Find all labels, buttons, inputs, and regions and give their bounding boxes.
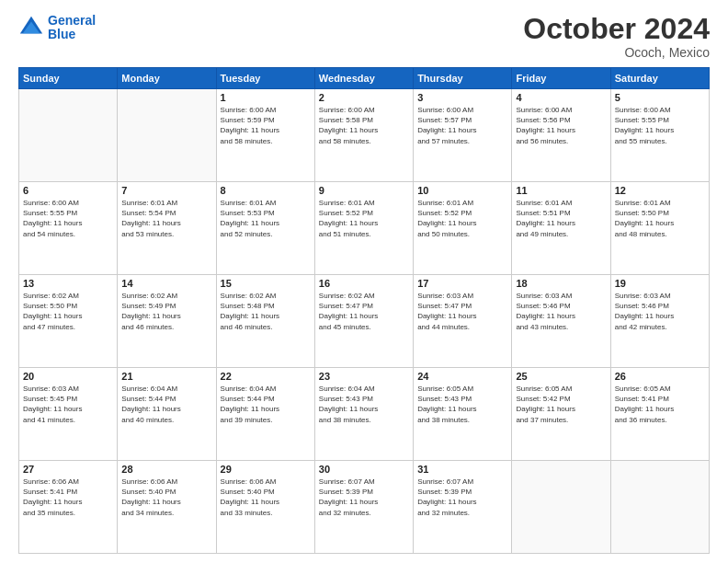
calendar-cell: 4Sunrise: 6:00 AMSunset: 5:56 PMDaylight… (512, 89, 610, 182)
day-number: 5 (615, 92, 705, 103)
day-info: Sunrise: 6:04 AMSunset: 5:44 PMDaylight:… (121, 384, 211, 425)
day-number: 23 (319, 371, 409, 382)
weekday-header-wednesday: Wednesday (314, 68, 413, 89)
day-number: 6 (23, 185, 113, 196)
calendar-cell: 24Sunrise: 6:05 AMSunset: 5:43 PMDayligh… (414, 368, 512, 461)
logo-text: General Blue (48, 14, 96, 42)
day-info: Sunrise: 6:02 AMSunset: 5:50 PMDaylight:… (23, 291, 113, 332)
day-number: 7 (121, 185, 211, 196)
day-number: 13 (23, 278, 113, 289)
calendar-cell: 15Sunrise: 6:02 AMSunset: 5:48 PMDayligh… (216, 275, 314, 368)
day-info: Sunrise: 6:03 AMSunset: 5:46 PMDaylight:… (615, 291, 705, 332)
day-number: 27 (23, 464, 113, 475)
calendar-cell: 14Sunrise: 6:02 AMSunset: 5:49 PMDayligh… (118, 275, 216, 368)
day-info: Sunrise: 6:07 AMSunset: 5:39 PMDaylight:… (319, 477, 409, 518)
day-number: 10 (417, 185, 507, 196)
day-number: 15 (221, 278, 311, 289)
day-info: Sunrise: 6:07 AMSunset: 5:39 PMDaylight:… (417, 477, 507, 518)
day-number: 16 (319, 278, 409, 289)
day-number: 31 (417, 464, 507, 475)
calendar-cell: 28Sunrise: 6:06 AMSunset: 5:40 PMDayligh… (118, 461, 216, 554)
day-info: Sunrise: 6:02 AMSunset: 5:49 PMDaylight:… (121, 291, 211, 332)
day-number: 18 (516, 278, 606, 289)
calendar-cell: 3Sunrise: 6:00 AMSunset: 5:57 PMDaylight… (414, 89, 512, 182)
day-info: Sunrise: 6:00 AMSunset: 5:55 PMDaylight:… (615, 105, 705, 146)
day-info: Sunrise: 6:02 AMSunset: 5:48 PMDaylight:… (221, 291, 311, 332)
weekday-header-saturday: Saturday (610, 68, 709, 89)
calendar-week-2: 6Sunrise: 6:00 AMSunset: 5:55 PMDaylight… (19, 182, 710, 275)
day-info: Sunrise: 6:00 AMSunset: 5:58 PMDaylight:… (319, 105, 409, 146)
day-info: Sunrise: 6:06 AMSunset: 5:40 PMDaylight:… (121, 477, 211, 518)
calendar-cell: 25Sunrise: 6:05 AMSunset: 5:42 PMDayligh… (512, 368, 610, 461)
day-number: 2 (319, 92, 409, 103)
calendar-cell: 31Sunrise: 6:07 AMSunset: 5:39 PMDayligh… (414, 461, 512, 554)
day-info: Sunrise: 6:05 AMSunset: 5:43 PMDaylight:… (417, 384, 507, 425)
day-info: Sunrise: 6:04 AMSunset: 5:44 PMDaylight:… (221, 384, 311, 425)
calendar-cell: 6Sunrise: 6:00 AMSunset: 5:55 PMDaylight… (19, 182, 118, 275)
day-number: 17 (417, 278, 507, 289)
day-info: Sunrise: 6:00 AMSunset: 5:57 PMDaylight:… (417, 105, 507, 146)
calendar-week-1: 1Sunrise: 6:00 AMSunset: 5:59 PMDaylight… (19, 89, 710, 182)
calendar-cell (19, 89, 118, 182)
day-number: 20 (23, 371, 113, 382)
calendar-cell: 27Sunrise: 6:06 AMSunset: 5:41 PMDayligh… (19, 461, 118, 554)
calendar-cell: 5Sunrise: 6:00 AMSunset: 5:55 PMDaylight… (610, 89, 709, 182)
day-info: Sunrise: 6:03 AMSunset: 5:47 PMDaylight:… (417, 291, 507, 332)
title-block: October 2024 Ococh, Mexico (523, 14, 710, 60)
day-info: Sunrise: 6:00 AMSunset: 5:55 PMDaylight:… (23, 198, 113, 239)
month-title: October 2024 (523, 14, 710, 43)
weekday-header-thursday: Thursday (414, 68, 512, 89)
day-number: 22 (221, 371, 311, 382)
day-number: 4 (516, 92, 606, 103)
location-title: Ococh, Mexico (523, 45, 710, 60)
calendar-cell: 17Sunrise: 6:03 AMSunset: 5:47 PMDayligh… (414, 275, 512, 368)
calendar-week-5: 27Sunrise: 6:06 AMSunset: 5:41 PMDayligh… (19, 461, 710, 554)
calendar-week-4: 20Sunrise: 6:03 AMSunset: 5:45 PMDayligh… (19, 368, 710, 461)
day-info: Sunrise: 6:01 AMSunset: 5:52 PMDaylight:… (417, 198, 507, 239)
calendar-cell: 16Sunrise: 6:02 AMSunset: 5:47 PMDayligh… (314, 275, 413, 368)
calendar-cell (118, 89, 216, 182)
day-info: Sunrise: 6:01 AMSunset: 5:53 PMDaylight:… (221, 198, 311, 239)
day-number: 11 (516, 185, 606, 196)
calendar-cell: 30Sunrise: 6:07 AMSunset: 5:39 PMDayligh… (314, 461, 413, 554)
calendar-cell: 8Sunrise: 6:01 AMSunset: 5:53 PMDaylight… (216, 182, 314, 275)
day-number: 19 (615, 278, 705, 289)
day-number: 29 (221, 464, 311, 475)
calendar-cell (512, 461, 610, 554)
day-number: 24 (417, 371, 507, 382)
day-number: 25 (516, 371, 606, 382)
calendar-cell: 1Sunrise: 6:00 AMSunset: 5:59 PMDaylight… (216, 89, 314, 182)
weekday-header-monday: Monday (118, 68, 216, 89)
calendar-cell: 13Sunrise: 6:02 AMSunset: 5:50 PMDayligh… (19, 275, 118, 368)
calendar-cell: 9Sunrise: 6:01 AMSunset: 5:52 PMDaylight… (314, 182, 413, 275)
weekday-header-tuesday: Tuesday (216, 68, 314, 89)
calendar-cell: 21Sunrise: 6:04 AMSunset: 5:44 PMDayligh… (118, 368, 216, 461)
day-number: 21 (121, 371, 211, 382)
day-info: Sunrise: 6:01 AMSunset: 5:51 PMDaylight:… (516, 198, 606, 239)
day-info: Sunrise: 6:01 AMSunset: 5:54 PMDaylight:… (121, 198, 211, 239)
calendar-header-row: SundayMondayTuesdayWednesdayThursdayFrid… (19, 68, 710, 89)
day-info: Sunrise: 6:00 AMSunset: 5:59 PMDaylight:… (221, 105, 311, 146)
calendar-cell: 29Sunrise: 6:06 AMSunset: 5:40 PMDayligh… (216, 461, 314, 554)
day-number: 3 (417, 92, 507, 103)
calendar-cell: 10Sunrise: 6:01 AMSunset: 5:52 PMDayligh… (414, 182, 512, 275)
weekday-header-friday: Friday (512, 68, 610, 89)
calendar-week-3: 13Sunrise: 6:02 AMSunset: 5:50 PMDayligh… (19, 275, 710, 368)
day-number: 12 (615, 185, 705, 196)
day-info: Sunrise: 6:01 AMSunset: 5:50 PMDaylight:… (615, 198, 705, 239)
day-number: 26 (615, 371, 705, 382)
calendar-cell: 2Sunrise: 6:00 AMSunset: 5:58 PMDaylight… (314, 89, 413, 182)
calendar-cell: 26Sunrise: 6:05 AMSunset: 5:41 PMDayligh… (610, 368, 709, 461)
day-info: Sunrise: 6:06 AMSunset: 5:40 PMDaylight:… (221, 477, 311, 518)
day-number: 30 (319, 464, 409, 475)
day-number: 8 (221, 185, 311, 196)
calendar-table: SundayMondayTuesdayWednesdayThursdayFrid… (18, 67, 710, 554)
calendar-cell: 22Sunrise: 6:04 AMSunset: 5:44 PMDayligh… (216, 368, 314, 461)
logo-icon (18, 15, 44, 40)
calendar-cell: 12Sunrise: 6:01 AMSunset: 5:50 PMDayligh… (610, 182, 709, 275)
day-number: 1 (221, 92, 311, 103)
day-number: 9 (319, 185, 409, 196)
calendar-cell: 19Sunrise: 6:03 AMSunset: 5:46 PMDayligh… (610, 275, 709, 368)
day-info: Sunrise: 6:02 AMSunset: 5:47 PMDaylight:… (319, 291, 409, 332)
calendar-cell: 20Sunrise: 6:03 AMSunset: 5:45 PMDayligh… (19, 368, 118, 461)
